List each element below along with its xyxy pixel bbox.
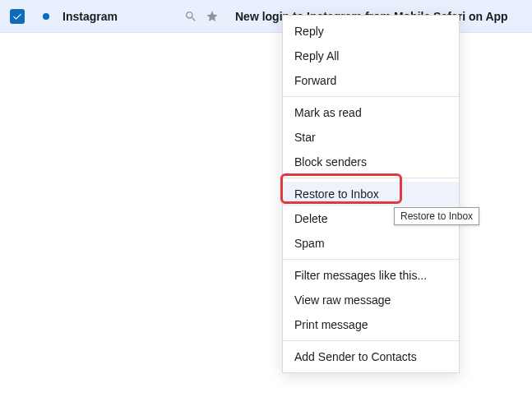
- menu-forward[interactable]: Forward: [283, 68, 459, 93]
- menu-mark-read[interactable]: Mark as read: [283, 100, 459, 125]
- context-menu: Reply Reply All Forward Mark as read Sta…: [282, 15, 460, 373]
- menu-divider: [283, 340, 459, 341]
- sender-name: Instagram: [62, 10, 178, 23]
- menu-reply-all[interactable]: Reply All: [283, 44, 459, 68]
- tooltip: Restore to Inbox: [394, 207, 479, 225]
- menu-filter[interactable]: Filter messages like this...: [283, 263, 459, 288]
- menu-view-raw[interactable]: View raw message: [283, 288, 459, 312]
- menu-print[interactable]: Print message: [283, 312, 459, 337]
- star-icon[interactable]: [206, 10, 219, 23]
- menu-restore-inbox[interactable]: Restore to Inbox: [283, 182, 459, 206]
- row-action-icons: [184, 10, 219, 23]
- menu-divider: [283, 259, 459, 260]
- unread-dot-icon: [43, 13, 49, 20]
- menu-block[interactable]: Block senders: [283, 150, 459, 174]
- search-icon[interactable]: [184, 10, 197, 23]
- menu-divider: [283, 96, 459, 97]
- menu-divider: [283, 178, 459, 178]
- check-icon: [12, 12, 22, 21]
- menu-star[interactable]: Star: [283, 125, 459, 150]
- menu-add-contact[interactable]: Add Sender to Contacts: [283, 344, 459, 369]
- menu-spam[interactable]: Spam: [283, 231, 459, 256]
- select-checkbox[interactable]: [10, 9, 25, 24]
- menu-reply[interactable]: Reply: [283, 19, 459, 44]
